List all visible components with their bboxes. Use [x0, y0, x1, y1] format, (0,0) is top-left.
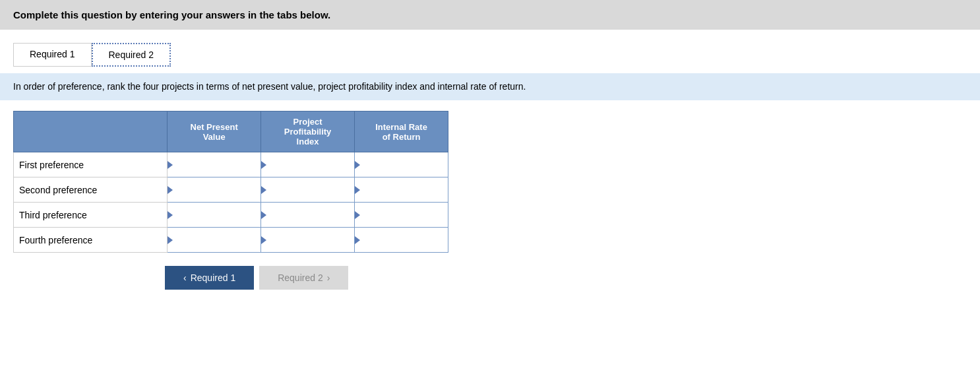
input-fourth-npv[interactable] — [173, 235, 255, 245]
btn-back-label: Required 1 — [191, 272, 236, 283]
cell-fourth-irr[interactable] — [355, 228, 448, 253]
table-row: Third preference — [14, 203, 448, 228]
cell-first-irr[interactable] — [355, 152, 448, 177]
btn-forward-label: Required 2 — [278, 272, 323, 283]
chevron-right-icon: › — [327, 272, 330, 283]
tab-required1[interactable]: Required 1 — [13, 43, 92, 67]
chevron-left-icon: ‹ — [183, 272, 187, 283]
btn-forward-required2[interactable]: Required 2 › — [259, 266, 348, 290]
input-first-irr[interactable] — [360, 160, 443, 170]
table-row: Fourth preference — [14, 228, 448, 253]
col-header-empty — [14, 112, 168, 152]
instruction-text: In order of preference, rank the four pr… — [13, 81, 526, 92]
input-second-irr[interactable] — [360, 185, 443, 195]
input-first-ppi[interactable] — [266, 160, 349, 170]
input-third-ppi[interactable] — [266, 210, 349, 220]
cell-second-ppi[interactable] — [261, 177, 355, 203]
cell-second-irr[interactable] — [355, 177, 448, 203]
cell-third-irr[interactable] — [355, 203, 448, 228]
cell-third-npv[interactable] — [168, 203, 261, 228]
input-third-irr[interactable] — [360, 210, 443, 220]
col-header-irr: Internal Rateof Return — [355, 112, 448, 152]
cell-first-ppi[interactable] — [261, 152, 355, 177]
header-text: Complete this question by entering your … — [13, 9, 330, 20]
instruction-box: In order of preference, rank the four pr… — [0, 73, 980, 100]
input-fourth-irr[interactable] — [360, 235, 443, 245]
btn-back-required1[interactable]: ‹ Required 1 — [165, 266, 254, 290]
input-fourth-ppi[interactable] — [266, 235, 349, 245]
table-area: Net PresentValue ProjectProfitabilityInd… — [0, 111, 980, 253]
row-label-second: Second preference — [14, 177, 168, 203]
col-header-npv: Net PresentValue — [168, 112, 261, 152]
ranking-table: Net PresentValue ProjectProfitabilityInd… — [13, 111, 448, 253]
cell-third-ppi[interactable] — [261, 203, 355, 228]
cell-first-npv[interactable] — [168, 152, 261, 177]
table-row: First preference — [14, 152, 448, 177]
tabs-area: Required 1 Required 2 — [0, 38, 980, 67]
nav-buttons: ‹ Required 1 Required 2 › — [152, 253, 980, 303]
cell-second-npv[interactable] — [168, 177, 261, 203]
input-second-ppi[interactable] — [266, 185, 349, 195]
table-row: Second preference — [14, 177, 448, 203]
row-label-third: Third preference — [14, 203, 168, 228]
cell-fourth-ppi[interactable] — [261, 228, 355, 253]
row-label-first: First preference — [14, 152, 168, 177]
tab-required2[interactable]: Required 2 — [92, 43, 171, 67]
input-first-npv[interactable] — [173, 160, 255, 170]
input-third-npv[interactable] — [173, 210, 255, 220]
input-second-npv[interactable] — [173, 185, 255, 195]
header-bar: Complete this question by entering your … — [0, 0, 980, 30]
cell-fourth-npv[interactable] — [168, 228, 261, 253]
col-header-ppi: ProjectProfitabilityIndex — [261, 112, 355, 152]
row-label-fourth: Fourth preference — [14, 228, 168, 253]
